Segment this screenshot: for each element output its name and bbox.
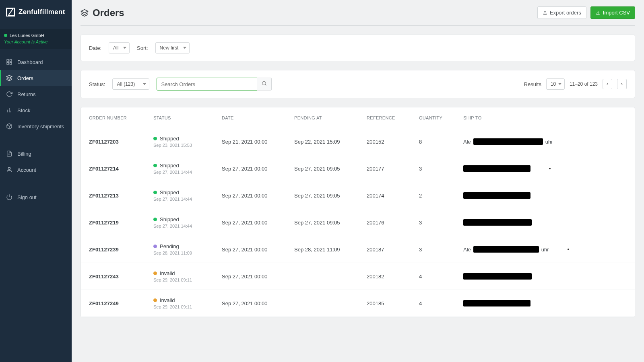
status-timestamp: Sep 29, 2021 09:11 xyxy=(153,304,222,309)
sidebar-item-label: Stock xyxy=(17,107,31,113)
order-number: ZF01127213 xyxy=(89,193,153,199)
prev-page-button[interactable]: ‹ xyxy=(603,79,612,89)
status-cell: InvalidSep 29, 2021 09:11 xyxy=(153,270,222,282)
layers-icon xyxy=(80,9,89,17)
quantity-cell: 3 xyxy=(419,247,463,253)
bars-icon xyxy=(6,107,12,113)
box-icon xyxy=(6,123,12,130)
order-number: ZF01127219 xyxy=(89,220,153,226)
sidebar-item-returns[interactable]: Returns xyxy=(0,86,72,102)
sort-filter-label: Sort: xyxy=(137,45,148,51)
quantity-cell: 2 xyxy=(419,193,463,199)
export-orders-button[interactable]: Export orders xyxy=(537,6,586,19)
pending-cell: Sep 22, 2021 15:09 xyxy=(294,139,367,145)
reference-cell: 200185 xyxy=(367,300,419,306)
status-cell: InvalidSep 29, 2021 09:11 xyxy=(153,297,222,309)
table-row[interactable]: ZF01127219ShippedSep 27, 2021 14:44Sep 2… xyxy=(81,209,635,236)
ship-to-cell xyxy=(463,192,627,199)
redacted-block xyxy=(463,300,530,306)
results-label: Results xyxy=(524,81,541,87)
pending-cell: Sep 27, 2021 09:05 xyxy=(294,193,367,199)
page-title: Orders xyxy=(93,7,124,19)
chevron-right-icon: › xyxy=(621,81,623,87)
status-dot-icon xyxy=(4,34,7,37)
next-page-button[interactable]: › xyxy=(617,79,627,89)
ship-to-cell: Aleuhr xyxy=(463,246,627,253)
order-number: ZF01127239 xyxy=(89,247,153,253)
date-sort-panel: Date: All Sort: New first xyxy=(80,35,635,61)
status-filter-select[interactable]: All (123) xyxy=(112,78,149,90)
table-row[interactable]: ZF01127214ShippedSep 27, 2021 14:44Sep 2… xyxy=(81,155,635,182)
svg-rect-3 xyxy=(7,62,9,64)
status-label: Pending xyxy=(160,243,179,249)
date-filter-select[interactable]: All xyxy=(109,42,130,53)
status-dot-icon xyxy=(153,272,157,275)
quantity-cell: 4 xyxy=(419,300,463,306)
upload-icon xyxy=(543,10,547,15)
search-button[interactable] xyxy=(257,78,272,90)
search-orders-input[interactable] xyxy=(157,78,257,90)
sidebar-item-stock[interactable]: Stock xyxy=(0,102,72,118)
order-number: ZF01127243 xyxy=(89,274,153,280)
status-label: Invalid xyxy=(160,297,175,303)
status-cell: ShippedSep 27, 2021 14:44 xyxy=(153,216,222,228)
date-cell: Sep 27, 2021 00:00 xyxy=(222,300,294,306)
ship-prefix: Ale xyxy=(463,139,471,145)
button-label: Import CSV xyxy=(603,10,630,16)
layers-icon xyxy=(6,75,12,81)
results-per-page-select[interactable]: 10 xyxy=(546,78,565,90)
sidebar-item-inventory[interactable]: Inventory shipments xyxy=(0,118,72,134)
sidebar-item-signout[interactable]: Sign out xyxy=(0,189,72,205)
ship-to-cell: Aleuhr xyxy=(463,138,627,145)
reference-cell: 200176 xyxy=(367,220,419,226)
status-filter-label: Status: xyxy=(89,81,105,87)
col-ship-to: SHIP TO xyxy=(463,115,627,120)
sidebar-item-billing[interactable]: Billing xyxy=(0,146,72,162)
table-row[interactable]: ZF01127213ShippedSep 27, 2021 14:44Sep 2… xyxy=(81,182,635,209)
sort-filter-select[interactable]: New first xyxy=(155,42,190,53)
sidebar-item-label: Billing xyxy=(17,151,31,157)
sidebar-item-label: Dashboard xyxy=(17,59,43,65)
col-status: STATUS xyxy=(153,115,222,120)
date-filter-label: Date: xyxy=(89,45,101,51)
account-active-label: Your Account is Active xyxy=(4,39,68,44)
dot-icon xyxy=(549,168,551,169)
ship-to-cell xyxy=(463,273,627,280)
page-header: Orders Export orders Import CSV xyxy=(80,6,635,26)
sidebar-item-label: Orders xyxy=(17,75,33,81)
download-icon xyxy=(596,10,601,15)
status-timestamp: Sep 27, 2021 14:44 xyxy=(153,224,222,228)
table-row[interactable]: ZF01127249InvalidSep 29, 2021 09:11Sep 2… xyxy=(81,290,635,317)
main-content: Orders Export orders Import CSV Date: xyxy=(72,0,644,362)
import-csv-button[interactable]: Import CSV xyxy=(590,6,635,19)
power-icon xyxy=(6,194,12,200)
table-row[interactable]: ZF01127203ShippedSep 23, 2021 15:53Sep 2… xyxy=(81,128,635,155)
status-label: Shipped xyxy=(160,136,179,142)
brand-name: Zenfulfillment xyxy=(19,8,65,16)
date-cell: Sep 27, 2021 00:00 xyxy=(222,274,294,280)
orders-table: ORDER NUMBER STATUS DATE PENDING AT REFE… xyxy=(80,107,635,317)
sidebar-item-dashboard[interactable]: Dashboard xyxy=(0,54,72,70)
pending-cell: Sep 27, 2021 09:05 xyxy=(294,220,367,226)
pending-cell: Sep 27, 2021 09:05 xyxy=(294,166,367,172)
dot-icon xyxy=(568,249,569,250)
dashboard-icon xyxy=(6,59,12,65)
sidebar-item-label: Returns xyxy=(17,91,36,97)
col-order-number: ORDER NUMBER xyxy=(89,115,153,120)
sidebar-item-account[interactable]: Account xyxy=(0,162,72,178)
col-pending-at: PENDING AT xyxy=(294,115,367,120)
status-cell: PendingSep 28, 2021 11:09 xyxy=(153,243,222,255)
account-status-box: Les Lunes GmbH Your Account is Active xyxy=(0,29,72,49)
file-icon xyxy=(6,150,12,157)
svg-marker-14 xyxy=(81,9,88,12)
table-row[interactable]: ZF01127239PendingSep 28, 2021 11:09Sep 2… xyxy=(81,236,635,263)
order-number: ZF01127249 xyxy=(89,300,153,306)
reference-cell: 200177 xyxy=(367,166,419,172)
sidebar-item-label: Sign out xyxy=(17,194,37,200)
table-row[interactable]: ZF01127243InvalidSep 29, 2021 09:11Sep 2… xyxy=(81,263,635,290)
status-timestamp: Sep 27, 2021 14:44 xyxy=(153,197,222,202)
status-cell: ShippedSep 23, 2021 15:53 xyxy=(153,136,222,148)
sidebar: Zenfulfillment Les Lunes GmbH Your Accou… xyxy=(0,0,72,362)
quantity-cell: 4 xyxy=(419,274,463,280)
sidebar-item-orders[interactable]: Orders xyxy=(0,70,72,86)
